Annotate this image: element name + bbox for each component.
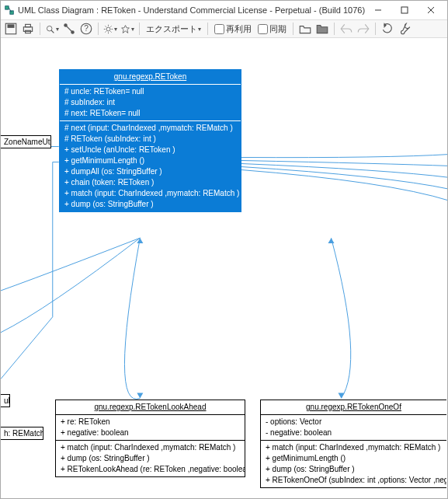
separator bbox=[375, 23, 376, 35]
partial-class-rematch[interactable]: h: REMatch ) bbox=[1, 427, 43, 440]
reuse-checkbox[interactable]: 再利用 bbox=[213, 23, 253, 35]
print-icon[interactable] bbox=[21, 22, 35, 36]
svg-marker-32 bbox=[338, 393, 344, 398]
class-attributes: - options: Vector - negative: boolean bbox=[261, 415, 446, 441]
zoom-icon[interactable] bbox=[45, 22, 59, 36]
svg-line-13 bbox=[51, 30, 54, 33]
class-operations: + match (input: CharIndexed ,mymatch: RE… bbox=[261, 441, 446, 487]
svg-marker-31 bbox=[137, 393, 143, 398]
svg-line-23 bbox=[105, 26, 106, 26]
separator bbox=[139, 23, 140, 35]
window-title: UML Class Diagram : REToken - Understand… bbox=[18, 5, 365, 15]
svg-rect-10 bbox=[26, 24, 31, 26]
toolbar: ? エクスポート 再利用 同期 bbox=[1, 19, 447, 38]
svg-marker-28 bbox=[384, 23, 387, 28]
folder-icon[interactable] bbox=[315, 22, 329, 36]
svg-rect-4 bbox=[401, 7, 408, 13]
help-icon[interactable]: ? bbox=[79, 22, 93, 36]
app-icon bbox=[4, 5, 15, 16]
partial-class-zonenameutility[interactable]: ZoneNameUtility bbox=[1, 135, 51, 148]
forward-icon[interactable] bbox=[356, 22, 370, 36]
separator bbox=[40, 23, 40, 35]
gear-icon[interactable] bbox=[103, 22, 117, 36]
class-operations: + match (input: CharIndexed ,mymatch: RE… bbox=[56, 441, 245, 476]
svg-rect-8 bbox=[8, 24, 15, 28]
svg-line-25 bbox=[105, 31, 106, 32]
separator bbox=[207, 23, 208, 35]
svg-line-24 bbox=[110, 31, 111, 32]
separator bbox=[98, 23, 99, 35]
star-icon[interactable] bbox=[120, 22, 134, 36]
svg-text:?: ? bbox=[84, 24, 89, 33]
path-mode-icon[interactable] bbox=[62, 22, 76, 36]
class-name: gnu.regexp.RETokenLookAhead bbox=[56, 400, 245, 415]
svg-rect-0 bbox=[5, 6, 9, 9]
uml-class-retokenoneof[interactable]: gnu.regexp.RETokenOneOf - options: Vecto… bbox=[260, 400, 446, 488]
app-window: UML Class Diagram : REToken - Understand… bbox=[0, 0, 448, 499]
svg-marker-27 bbox=[122, 25, 130, 33]
folder-open-icon[interactable] bbox=[298, 22, 312, 36]
uml-class-retokenlookahead[interactable]: gnu.regexp.RETokenLookAhead + re: REToke… bbox=[55, 400, 245, 477]
class-operations: # next (input: CharIndexed ,mymatch: REM… bbox=[60, 121, 241, 211]
class-attributes: # uncle: REToken= null # subIndex: int #… bbox=[60, 85, 241, 121]
save-icon[interactable] bbox=[4, 22, 18, 36]
separator bbox=[293, 23, 293, 35]
back-icon[interactable] bbox=[339, 22, 353, 36]
export-dropdown[interactable]: エクスポート bbox=[144, 23, 203, 35]
class-attributes: + re: REToken + negative: boolean bbox=[56, 415, 245, 441]
svg-marker-30 bbox=[328, 238, 335, 243]
refresh-icon[interactable] bbox=[380, 22, 394, 36]
class-name: gnu.regexp.REToken bbox=[60, 70, 241, 85]
sync-checkbox[interactable]: 同期 bbox=[256, 23, 288, 35]
diagram-canvas[interactable]: ZoneNameUtility ub h: REMatch ) gnu.rege… bbox=[1, 38, 447, 498]
svg-point-18 bbox=[106, 27, 110, 31]
svg-point-12 bbox=[47, 26, 52, 31]
minimize-button[interactable] bbox=[365, 2, 391, 19]
class-name: gnu.regexp.RETokenOneOf bbox=[261, 400, 446, 415]
svg-line-26 bbox=[110, 26, 111, 26]
uml-class-retoken[interactable]: gnu.regexp.REToken # uncle: REToken= nul… bbox=[59, 69, 241, 212]
wrench-icon[interactable] bbox=[398, 22, 412, 36]
svg-marker-29 bbox=[137, 238, 143, 243]
partial-class-ub[interactable]: ub bbox=[1, 394, 10, 407]
separator bbox=[334, 23, 335, 35]
titlebar: UML Class Diagram : REToken - Understand… bbox=[1, 1, 447, 19]
close-button[interactable] bbox=[418, 2, 444, 19]
maximize-button[interactable] bbox=[391, 2, 418, 19]
